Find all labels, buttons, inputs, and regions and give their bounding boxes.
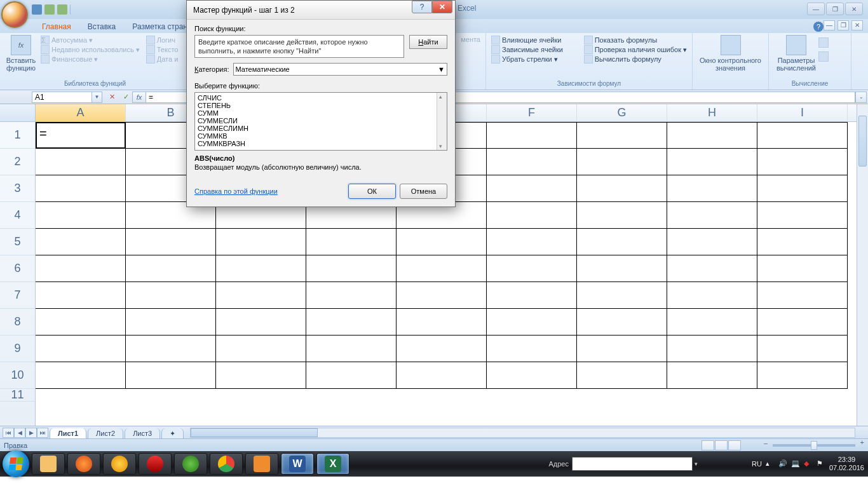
fx-icon[interactable]: fx [132, 92, 146, 103]
expand-formulabar-icon[interactable]: ⌄ [855, 92, 867, 103]
cell[interactable] [36, 362, 126, 389]
cell[interactable] [667, 175, 757, 202]
cell[interactable] [487, 336, 577, 362]
cell[interactable] [306, 362, 397, 389]
insert-function-button[interactable]: fx Вставить функцию [5, 35, 37, 72]
calculation-options-button[interactable]: Параметры вычислений [774, 35, 818, 72]
cell[interactable] [757, 255, 848, 282]
row-header[interactable]: 10 [0, 362, 35, 389]
function-list[interactable]: СЛЧИС СТЕПЕНЬ СУММ СУММЕСЛИ СУММЕСЛИМН С… [194, 92, 447, 151]
cell[interactable] [487, 282, 577, 309]
cell[interactable] [36, 229, 126, 255]
cell[interactable] [577, 282, 667, 309]
address-input[interactable] [572, 457, 693, 471]
row-header[interactable]: 9 [0, 336, 35, 362]
taskbar-aimp-icon[interactable] [103, 453, 136, 475]
cell[interactable] [216, 309, 306, 336]
sheet-tab-3[interactable]: Лист3 [125, 428, 160, 439]
address-go-icon[interactable]: ▾ [695, 461, 698, 467]
row-header[interactable]: 8 [0, 309, 35, 336]
evaluate-formula-button[interactable]: Вычислить формулу [584, 55, 687, 64]
cell[interactable] [36, 202, 126, 229]
error-checking-button[interactable]: Проверка наличия ошибок ▾ [584, 45, 687, 54]
show-formulas-button[interactable]: Показать формулы [584, 36, 687, 44]
cell[interactable] [126, 282, 216, 309]
wb-minimize-button[interactable]: — [824, 20, 835, 30]
maximize-button[interactable]: ❐ [826, 3, 844, 15]
network-icon[interactable]: 💻 [791, 459, 800, 468]
cell[interactable] [36, 282, 126, 309]
scrollbar-thumb[interactable] [858, 116, 867, 166]
undo-icon[interactable] [44, 4, 55, 15]
taskbar-excel-icon[interactable]: X [316, 453, 349, 475]
cell[interactable] [36, 255, 126, 282]
row-header[interactable]: 5 [0, 229, 35, 255]
cell[interactable] [397, 282, 487, 309]
cell[interactable] [757, 309, 848, 336]
cell[interactable] [36, 149, 126, 175]
function-list-scrollbar[interactable] [437, 93, 447, 150]
row-header[interactable]: 2 [0, 149, 35, 175]
recently-used-button[interactable]: Недавно использовались ▾ [41, 45, 140, 54]
cell[interactable] [667, 362, 757, 389]
cell[interactable] [487, 202, 577, 229]
calc-now-icon[interactable] [818, 37, 829, 48]
cell[interactable] [577, 229, 667, 255]
row-header[interactable]: 6 [0, 255, 35, 282]
name-box[interactable]: A1 [32, 92, 92, 103]
cell[interactable] [577, 336, 667, 362]
sheet-tab-2[interactable]: Лист2 [88, 428, 123, 439]
dialog-help-button[interactable]: ? [412, 1, 432, 13]
wb-restore-button[interactable]: ❐ [837, 20, 849, 30]
cell[interactable] [36, 175, 126, 202]
taskbar-chrome-icon[interactable] [210, 453, 243, 475]
cell[interactable] [667, 229, 757, 255]
cell[interactable] [306, 255, 397, 282]
trace-dependents-button[interactable]: Зависимые ячейки [491, 45, 584, 54]
close-button[interactable]: ✕ [845, 3, 863, 15]
cell[interactable] [487, 229, 577, 255]
cell[interactable] [667, 149, 757, 175]
cell[interactable] [487, 255, 577, 282]
cell[interactable] [216, 229, 306, 255]
cell[interactable] [757, 122, 848, 149]
column-header[interactable]: F [487, 104, 577, 121]
row-header[interactable]: 3 [0, 175, 35, 202]
watch-window-button[interactable]: Окно контрольного значения [698, 35, 763, 72]
datetime-button[interactable]: Дата и [146, 55, 179, 64]
page-break-view-button[interactable] [728, 440, 741, 451]
cell[interactable] [577, 122, 667, 149]
dialog-close-button[interactable]: ✕ [432, 1, 452, 13]
tab-layout[interactable]: Разметка страни [128, 20, 195, 33]
cell[interactable] [757, 229, 848, 255]
financial-button[interactable]: Финансовые ▾ [41, 55, 140, 64]
page-layout-view-button[interactable] [715, 440, 728, 451]
action-center-icon[interactable]: ⚑ [817, 459, 825, 468]
language-indicator[interactable]: RU [752, 460, 762, 468]
qat-customize-icon[interactable] [70, 4, 76, 15]
function-option[interactable]: СУММ [196, 109, 445, 117]
function-option[interactable]: СТЕПЕНЬ [196, 102, 445, 109]
search-function-input[interactable]: Введите краткое описание действия, котор… [194, 35, 404, 58]
cell[interactable] [577, 149, 667, 175]
taskbar-clock[interactable]: 23:39 07.02.2016 [829, 456, 864, 472]
cell[interactable] [397, 309, 487, 336]
column-header[interactable]: G [577, 104, 667, 121]
wb-close-button[interactable]: ✕ [851, 20, 863, 30]
find-button[interactable]: Найти [409, 35, 447, 49]
cell[interactable] [216, 255, 306, 282]
name-box-dropdown[interactable]: ▼ [92, 92, 102, 103]
taskbar-word-icon[interactable]: W [281, 453, 314, 475]
cell[interactable] [397, 336, 487, 362]
cell[interactable] [397, 362, 487, 389]
cell[interactable] [126, 336, 216, 362]
sheet-tab-1[interactable]: Лист1 [50, 428, 86, 439]
save-icon[interactable] [32, 4, 42, 15]
row-header[interactable]: 11 [0, 389, 35, 402]
zoom-slider-thumb[interactable] [811, 441, 817, 450]
cell[interactable] [667, 336, 757, 362]
row-header[interactable]: 4 [0, 202, 35, 229]
cell[interactable] [577, 255, 667, 282]
cell[interactable] [577, 309, 667, 336]
function-option[interactable]: СУММЕСЛИ [196, 117, 445, 125]
